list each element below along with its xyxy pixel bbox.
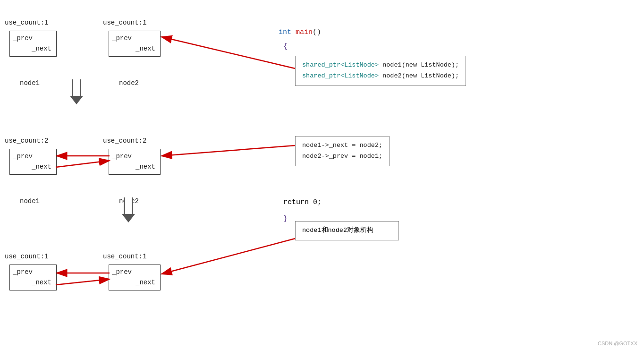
arrow-head-2 [122,214,135,222]
node1-next-mid: _next [13,162,51,172]
node2-box-top: _prev _next [109,31,161,57]
node1-box-mid: _prev _next [9,149,57,175]
node2-next-bot: _next [112,277,155,288]
uc-bot-right: use_count:1 [103,253,146,260]
node2-box-bot: _prev _next [109,265,161,290]
uc-bot-left: use_count:1 [5,253,48,260]
arrow-code2-to-node2mid [161,145,295,156]
code-line-3: node1->_next = node2; [302,140,382,151]
node2-label-top: node2 [119,79,139,87]
node1-box-bot: _prev _next [9,265,57,290]
node2-prev-bot: _prev [112,267,155,277]
node2-prev-mid: _prev [112,151,155,162]
code-line-4: node2->_prev = node1; [302,151,382,162]
code-line-2: shared_ptr<ListNode> node2(new ListNode)… [302,71,459,82]
uc-mid-right: use_count:2 [103,137,146,145]
node1-next-bot: _next [13,277,51,288]
uc-top-left: use_count:1 [5,19,48,26]
arrow-node1next-bot [56,279,110,285]
node1-next-top: _next [13,43,51,54]
node2-box-mid: _prev _next [109,149,161,175]
node1-label-mid: node1 [20,197,40,205]
destructor-note: node1和node2对象析构 [302,225,392,236]
fn-main: main [296,28,313,36]
arrows-svg [0,0,644,350]
main-header: int main() [279,28,321,36]
code-block-4: node1和node2对象析构 [295,221,399,240]
arrow-shaft-2 [124,197,133,214]
node1-prev-mid: _prev [13,151,51,162]
arrow-down-2 [122,197,135,222]
arrow-shaft-1 [72,79,81,96]
uc-mid-left: use_count:2 [5,137,48,145]
node2-next-mid: _next [112,162,155,172]
arrow-code4-to-node2bot [161,239,295,274]
code-block-2: node1->_next = node2; node2->_prev = nod… [295,136,390,166]
arrow-code1-to-node2 [161,37,295,68]
node1-prev-top: _prev [13,33,51,43]
main-brace-open: { [283,43,288,51]
arrow-node1next-to-node2prev [56,161,110,167]
main-parens: () [313,28,321,36]
arrow-down-1 [70,79,83,104]
main-brace-close: } [283,215,288,223]
node2-next-top: _next [112,43,155,54]
node1-box-top: _prev _next [9,31,57,57]
uc-top-right: use_count:1 [103,19,146,26]
node2-prev-top: _prev [112,33,155,43]
kw-int: int [279,28,291,36]
return-stmt: return 0; [283,198,322,206]
node1-label-top: node1 [20,79,40,87]
watermark: CSDN @GOTXX [598,341,637,346]
kw-return: return [283,198,309,206]
node1-prev-bot: _prev [13,267,51,277]
code-block-1: shared_ptr<ListNode> node1(new ListNode)… [295,56,466,86]
arrow-head-1 [70,96,83,104]
return-val: 0; [309,198,322,206]
code-line-1: shared_ptr<ListNode> node1(new ListNode)… [302,60,459,71]
